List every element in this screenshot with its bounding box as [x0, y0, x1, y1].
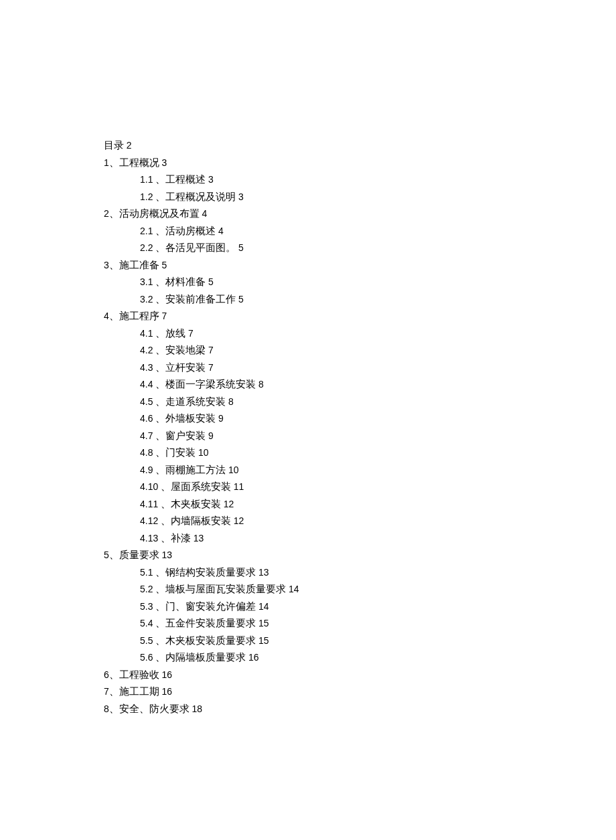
toc-separator: 、 [153, 379, 165, 390]
toc-line: 2.1 、活动房概述 4 [104, 223, 616, 240]
toc-line: 5、质量要求 13 [104, 547, 616, 564]
toc-separator: 、 [109, 311, 119, 321]
toc-line: 4.7 、窗户安装 9 [104, 428, 616, 445]
toc-line: 3、施工准备 5 [104, 257, 616, 274]
toc-line: 3.2 、安装前准备工作 5 [104, 291, 616, 309]
toc-page-number: 5 [162, 260, 167, 270]
toc-separator: 、 [109, 260, 119, 270]
toc-subsection-number: 4.5 [140, 396, 153, 407]
toc-page-number: 13 [258, 567, 269, 578]
toc-line: 1.2 、工程概况及说明 3 [104, 189, 616, 206]
toc-line: 5.5 、木夹板安装质量要求 15 [104, 633, 616, 650]
toc-line: 4.1 、放线 7 [104, 325, 616, 343]
toc-subsection-number: 4.10 [140, 481, 158, 492]
toc-page-number: 3 [208, 174, 214, 185]
toc-title-text: 目录 [104, 140, 124, 151]
toc-separator: 、 [158, 515, 171, 526]
toc-line: 4.9 、雨棚施工方法 10 [104, 462, 616, 479]
toc-section-number: 3 [104, 260, 109, 270]
toc-line: 5.1 、钢结构安装质量要求 13 [104, 564, 616, 582]
toc-page-number: 15 [258, 635, 269, 646]
toc-line: 6、工程验收 16 [104, 667, 616, 684]
toc-line: 8、安全、防火要求 18 [104, 701, 616, 718]
toc-page-number: 7 [208, 345, 214, 355]
toc-subsection-number: 3.2 [140, 294, 153, 305]
toc-section-number: 5 [104, 550, 109, 560]
toc-subsection-number: 4.1 [140, 328, 153, 339]
toc-subsection-number: 4.8 [140, 447, 153, 458]
toc-separator: 、 [153, 174, 165, 185]
toc-separator: 、 [109, 703, 119, 714]
toc-page-number: 4 [202, 208, 208, 219]
toc-subsection-title: 材料准备 [165, 276, 206, 287]
toc-page-number: 16 [162, 686, 173, 697]
toc-subsection-number: 5.5 [140, 635, 153, 646]
toc-separator: 、 [158, 499, 171, 509]
toc-line: 4.13 、补漆 13 [104, 530, 616, 548]
toc-line: 4.5 、走道系统安装 8 [104, 394, 616, 411]
toc-line: 4.2 、安装地梁 7 [104, 342, 616, 359]
toc-separator: 、 [153, 328, 165, 339]
toc-subsection-number: 4.11 [140, 499, 158, 509]
toc-separator: 、 [153, 652, 165, 663]
toc-subsection-number: 4.7 [140, 430, 153, 441]
toc-page-number: 15 [258, 618, 269, 628]
toc-page-number: 10 [198, 447, 209, 458]
toc-subsection-title: 外墙板安装 [165, 413, 216, 424]
toc-line: 4、施工程序 7 [104, 308, 616, 325]
toc-page-number: 8 [258, 379, 264, 390]
toc-line: 4.6 、外墙板安装 9 [104, 410, 616, 428]
toc-separator: 、 [153, 276, 165, 287]
toc-subsection-title: 内隔墙板质量要求 [165, 652, 246, 663]
toc-page-number: 7 [162, 311, 167, 321]
toc-subsection-number: 4.12 [140, 515, 158, 526]
toc-line: 4.3 、立杆安装 7 [104, 359, 616, 377]
toc-subsection-number: 4.4 [140, 379, 153, 390]
toc-line: 5.6 、内隔墙板质量要求 16 [104, 649, 616, 667]
toc-section-number: 6 [104, 669, 109, 680]
toc-subsection-title: 屋面系统安装 [171, 481, 231, 492]
toc-subsection-number: 4.3 [140, 362, 153, 373]
toc-subsection-title: 补漆 [171, 533, 191, 543]
toc-section-title: 质量要求 [119, 550, 159, 560]
toc-section-title: 施工准备 [119, 260, 159, 270]
toc-section-title: 施工程序 [119, 311, 159, 321]
toc-subsection-title: 门安装 [165, 447, 196, 458]
toc-page-number: 7 [188, 328, 194, 339]
toc-line: 1.1 、工程概述 3 [104, 171, 616, 189]
toc-subsection-number: 4.13 [140, 533, 158, 543]
toc-subsection-title: 内墙隔板安装 [171, 515, 231, 526]
toc-page-number: 2 [127, 140, 132, 151]
toc-line: 5.3 、门、窗安装允许偏差 14 [104, 598, 616, 616]
toc-section-title: 工程验收 [119, 669, 159, 680]
toc-subsection-number: 1.1 [140, 174, 153, 185]
toc-separator: 、 [153, 430, 165, 441]
toc-page-number: 9 [208, 430, 214, 441]
toc-subsection-number: 5.1 [140, 567, 153, 578]
toc-subsection-number: 4.2 [140, 345, 153, 355]
toc-page-number: 14 [258, 601, 269, 612]
toc-line: 目录 2 [104, 137, 616, 155]
toc-separator: 、 [153, 362, 165, 373]
toc-separator: 、 [153, 465, 165, 475]
toc-subsection-number: 5.3 [140, 601, 153, 612]
toc-line: 4.11 、木夹板安装 12 [104, 496, 616, 513]
toc-page-number: 3 [162, 157, 167, 168]
toc-separator: 、 [109, 550, 119, 560]
toc-page-number: 12 [224, 499, 234, 509]
toc-section-title: 工程概况 [119, 157, 159, 168]
toc-page-number: 3 [238, 191, 244, 202]
toc-separator: 、 [153, 191, 165, 202]
toc-subsection-number: 2.2 [140, 242, 153, 253]
toc-separator: 、 [153, 618, 165, 628]
toc-subsection-title: 墙板与屋面瓦安装质量要求 [165, 584, 286, 594]
toc-section-number: 4 [104, 311, 109, 321]
toc-subsection-number: 1.2 [140, 191, 153, 202]
toc-separator: 、 [153, 294, 165, 305]
toc-page-number: 5 [238, 242, 244, 253]
toc-subsection-title: 活动房概述 [165, 226, 216, 236]
toc-separator: 、 [153, 242, 165, 253]
toc-subsection-title: 工程概况及说明 [165, 191, 236, 202]
toc-section-number: 7 [104, 686, 109, 697]
toc-line: 2、活动房概况及布置 4 [104, 205, 616, 223]
